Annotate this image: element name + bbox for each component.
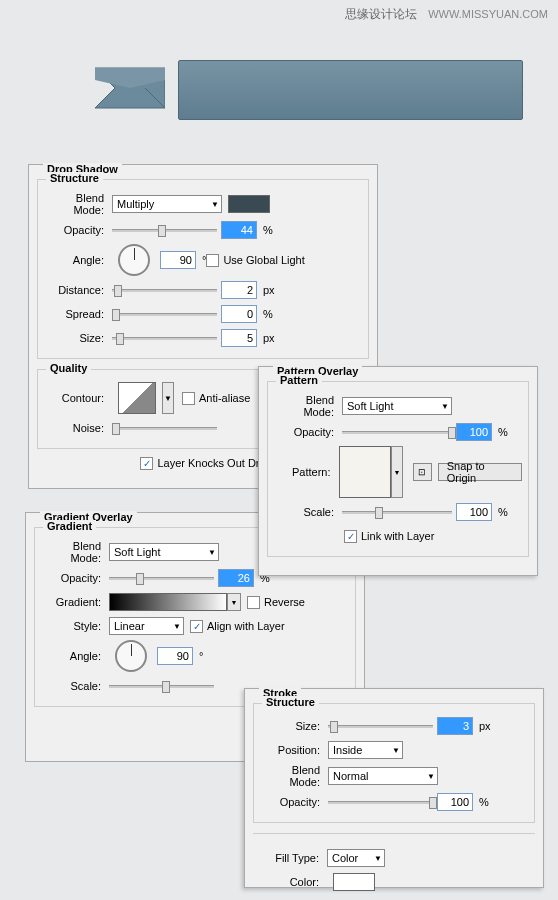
pattern-picker-label: Pattern: [274, 466, 339, 478]
position-select[interactable]: Inside▼ [328, 741, 403, 759]
chevron-down-icon: ▼ [374, 854, 382, 863]
percent-unit: % [263, 308, 273, 320]
ribbon-tail-graphic [95, 60, 165, 120]
chevron-down-icon: ▼ [441, 402, 449, 411]
reverse-checkbox[interactable] [247, 596, 260, 609]
px-unit: px [263, 332, 275, 344]
pattern-fieldset: Pattern Blend Mode: Soft Light▼ Opacity:… [267, 381, 529, 557]
structure-label: Structure [262, 696, 319, 708]
gradient-label: Gradient [43, 520, 96, 532]
scale-input[interactable] [456, 503, 492, 521]
scale-label: Scale: [274, 506, 342, 518]
spread-input[interactable] [221, 305, 257, 323]
angle-label: Angle: [41, 650, 109, 662]
anti-aliase-label: Anti-aliase [199, 392, 250, 404]
use-global-light-checkbox[interactable] [206, 254, 219, 267]
fill-type-label: Fill Type: [259, 852, 327, 864]
opacity-input[interactable] [218, 569, 254, 587]
blend-mode-select[interactable]: Soft Light▼ [342, 397, 452, 415]
opacity-slider[interactable] [112, 221, 217, 239]
blend-mode-label: Blend Mode: [274, 394, 342, 418]
link-with-layer-label: Link with Layer [361, 530, 434, 542]
opacity-label: Opacity: [274, 426, 342, 438]
size-input[interactable] [221, 329, 257, 347]
blend-mode-select[interactable]: Normal▼ [328, 767, 438, 785]
quality-label: Quality [46, 362, 91, 374]
watermark-url: WWW.MISSYUAN.COM [428, 8, 548, 20]
spread-slider[interactable] [112, 305, 217, 323]
noise-label: Noise: [44, 422, 112, 434]
opacity-input[interactable] [456, 423, 492, 441]
watermark: 思缘设计论坛 WWW.MISSYUAN.COM [345, 6, 548, 23]
size-slider[interactable] [328, 717, 433, 735]
structure-fieldset: Structure Blend Mode: Multiply▼ Opacity:… [37, 179, 369, 359]
opacity-input[interactable] [221, 221, 257, 239]
angle-dial[interactable] [115, 640, 147, 672]
contour-preview[interactable] [118, 382, 156, 414]
color-label: Color: [259, 876, 327, 888]
chevron-down-icon: ▼ [208, 548, 216, 557]
pattern-preview[interactable] [339, 446, 392, 498]
distance-label: Distance: [44, 284, 112, 296]
percent-unit: % [498, 506, 508, 518]
link-with-layer-checkbox[interactable]: ✓ [344, 530, 357, 543]
opacity-slider[interactable] [328, 793, 433, 811]
knockout-checkbox[interactable]: ✓ [140, 457, 153, 470]
px-unit: px [479, 720, 491, 732]
angle-input[interactable] [160, 251, 196, 269]
blend-mode-label: Blend Mode: [260, 764, 328, 788]
reverse-label: Reverse [264, 596, 305, 608]
new-pattern-button[interactable]: ⊡ [413, 463, 432, 481]
scale-label: Scale: [41, 680, 109, 692]
opacity-label: Opacity: [41, 572, 109, 584]
percent-unit: % [479, 796, 489, 808]
gradient-swatch[interactable] [109, 593, 227, 611]
spread-label: Spread: [44, 308, 112, 320]
banner-graphic [178, 60, 523, 120]
blend-mode-select[interactable]: Soft Light▼ [109, 543, 219, 561]
size-label: Size: [260, 720, 328, 732]
structure-label: Structure [46, 172, 103, 184]
distance-slider[interactable] [112, 281, 217, 299]
size-input[interactable] [437, 717, 473, 735]
gradient-label: Gradient: [41, 596, 109, 608]
scale-slider[interactable] [109, 677, 214, 695]
size-label: Size: [44, 332, 112, 344]
style-select[interactable]: Linear▼ [109, 617, 184, 635]
opacity-label: Opacity: [260, 796, 328, 808]
opacity-label: Opacity: [44, 224, 112, 236]
chevron-down-icon: ▼ [173, 622, 181, 631]
angle-label: Angle: [44, 254, 112, 266]
distance-input[interactable] [221, 281, 257, 299]
chevron-down-icon: ▼ [392, 746, 400, 755]
degree-unit: ° [199, 650, 203, 662]
angle-input[interactable] [157, 647, 193, 665]
percent-unit: % [498, 426, 508, 438]
pattern-menu-button[interactable]: ▼ [391, 446, 402, 498]
contour-menu-button[interactable]: ▼ [162, 382, 174, 414]
structure-fieldset: Structure Size: px Position: Inside▼ Ble… [253, 703, 535, 823]
align-label: Align with Layer [207, 620, 285, 632]
fill-type-select[interactable]: Color▼ [327, 849, 385, 867]
percent-unit: % [263, 224, 273, 236]
chevron-down-icon: ▼ [211, 200, 219, 209]
size-slider[interactable] [112, 329, 217, 347]
anti-aliase-checkbox[interactable] [182, 392, 195, 405]
angle-dial[interactable] [118, 244, 150, 276]
snap-to-origin-button[interactable]: Snap to Origin [438, 463, 522, 481]
style-label: Style: [41, 620, 109, 632]
shadow-color-swatch[interactable] [228, 195, 270, 213]
blend-mode-label: Blend Mode: [41, 540, 109, 564]
opacity-input[interactable] [437, 793, 473, 811]
align-checkbox[interactable]: ✓ [190, 620, 203, 633]
blend-mode-select[interactable]: Multiply▼ [112, 195, 222, 213]
watermark-cn: 思缘设计论坛 [345, 7, 417, 21]
gradient-menu-button[interactable]: ▼ [227, 593, 241, 611]
opacity-slider[interactable] [342, 423, 452, 441]
noise-slider[interactable] [112, 419, 217, 437]
opacity-slider[interactable] [109, 569, 214, 587]
knockout-label: Layer Knocks Out Dro [157, 457, 265, 469]
fill-fieldset: Fill Type: Color▼ Color: [253, 833, 535, 900]
stroke-color-swatch[interactable] [333, 873, 375, 891]
scale-slider[interactable] [342, 503, 452, 521]
